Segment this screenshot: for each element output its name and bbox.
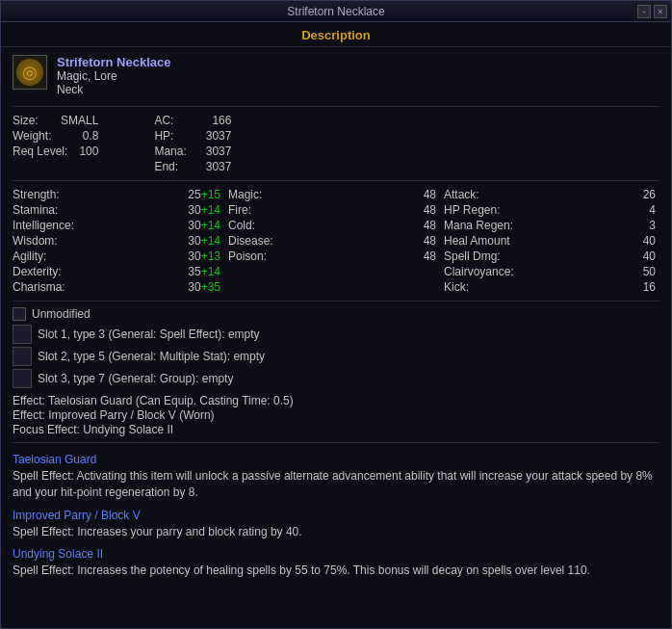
focus-effect-line: Focus Effect: Undying Solace II xyxy=(13,423,659,436)
improved-parry-title: Improved Parry / Block V xyxy=(13,509,659,522)
clairvoyance-label: Clairvoyance: xyxy=(444,265,514,278)
slot2-label: Slot 2, type 5 (General: Multiple Stat):… xyxy=(38,350,265,363)
mana-value: 3037 xyxy=(206,144,232,158)
strength-value: 25+15 xyxy=(188,188,220,201)
heal-amount-value: 40 xyxy=(643,234,656,248)
dexterity-label: Dexterity: xyxy=(13,265,62,278)
hp-regen-row: HP Regen: 4 xyxy=(444,202,659,218)
poison-row: Poison: 48 xyxy=(228,249,444,264)
spell-details-section: Taelosian Guard Spell Effect: Activating… xyxy=(13,453,659,579)
undying-solace-desc: Spell Effect: Increases the potency of h… xyxy=(13,563,659,579)
disease-value: 48 xyxy=(424,234,436,248)
effect1-line: Effect: Taelosian Guard (Can Equip. Cast… xyxy=(13,394,659,407)
item-type-line2: Neck xyxy=(57,83,171,96)
wisdom-row: Wisdom: 30+14 xyxy=(13,233,228,249)
dexterity-value: 35+14 xyxy=(188,265,220,278)
base-stats-left: Size: SMALL Weight: 0.8 Req Level: 100 xyxy=(13,113,106,174)
spell-dmg-label: Spell Dmg: xyxy=(444,249,501,263)
item-info: Strifetorn Necklace Magic, Lore Neck xyxy=(57,55,171,96)
slot-section: Unmodified Slot 1, type 3 (General: Spel… xyxy=(13,307,659,388)
poison-value: 48 xyxy=(424,249,436,263)
magic-label: Magic: xyxy=(228,188,262,201)
intel-value: 30+14 xyxy=(188,219,220,232)
mana-label: Mana: xyxy=(154,144,186,158)
ac-label: AC: xyxy=(154,114,173,127)
cold-label: Cold: xyxy=(228,219,255,232)
taelosian-guard-title: Taelosian Guard xyxy=(13,453,659,466)
agility-value: 30+13 xyxy=(188,249,220,263)
item-type-line1: Magic, Lore xyxy=(57,69,171,83)
size-row: Size: SMALL xyxy=(13,113,106,128)
strength-label: Strength: xyxy=(13,188,60,201)
slot3-row: Slot 3, type 7 (General: Group): empty xyxy=(13,369,659,388)
window-title: Strifetorn Necklace xyxy=(287,5,384,18)
intel-label: Intelligence: xyxy=(13,219,74,232)
unmodified-row: Unmodified xyxy=(13,307,659,321)
charisma-row: Charisma: 30+35 xyxy=(13,279,228,295)
effect2-line: Effect: Improved Parry / Block V (Worn) xyxy=(13,408,659,422)
slot1-row: Slot 1, type 3 (General: Spell Effect): … xyxy=(13,325,659,344)
end-row: End: 3037 xyxy=(154,159,239,174)
agility-label: Agility: xyxy=(13,249,46,263)
kick-label: Kick: xyxy=(444,280,469,294)
ac-value: 166 xyxy=(212,114,231,127)
clairvoyance-value: 50 xyxy=(643,265,656,278)
req-level-row: Req Level: 100 xyxy=(13,144,106,159)
improved-parry-desc: Spell Effect: Increases your parry and b… xyxy=(13,524,659,540)
undying-solace-title: Undying Solace II xyxy=(13,547,659,561)
base-stats-right: AC: 166 HP: 3037 Mana: 3037 End: 3037 xyxy=(154,113,239,174)
attr-col-1: Strength: 25+15 Stamina: 30+14 Intellige… xyxy=(13,187,228,295)
item-content: Strifetorn Necklace Magic, Lore Neck Siz… xyxy=(1,47,671,587)
fire-label: Fire: xyxy=(228,203,251,217)
dexterity-row: Dexterity: 35+14 xyxy=(13,264,228,279)
minimize-button[interactable]: - xyxy=(637,5,651,18)
agility-row: Agility: 30+13 xyxy=(13,249,228,264)
stamina-row: Stamina: 30+14 xyxy=(13,202,228,218)
kick-value: 16 xyxy=(643,280,656,294)
heal-amount-row: Heal Amount 40 xyxy=(444,233,659,249)
size-value: SMALL xyxy=(61,114,98,127)
req-level-label: Req Level: xyxy=(13,144,67,158)
divider-4 xyxy=(13,442,659,443)
magic-row: Magic: 48 xyxy=(228,187,444,202)
mana-regen-value: 3 xyxy=(649,219,656,232)
wisdom-value: 30+14 xyxy=(188,234,220,248)
heal-amount-label: Heal Amount xyxy=(444,234,510,248)
charisma-value: 30+35 xyxy=(188,280,220,294)
hp-regen-label: HP Regen: xyxy=(444,203,500,217)
taelosian-guard-desc: Spell Effect: Activating this item will … xyxy=(13,468,659,501)
section-header: Description xyxy=(1,22,671,47)
mana-regen-row: Mana Regen: 3 xyxy=(444,218,659,233)
cold-row: Cold: 48 xyxy=(228,218,444,233)
ac-row: AC: 166 xyxy=(154,113,239,128)
item-icon xyxy=(13,55,47,90)
cold-value: 48 xyxy=(424,219,436,232)
attack-value: 26 xyxy=(643,188,656,201)
hp-regen-value: 4 xyxy=(649,203,656,217)
mana-row: Mana: 3037 xyxy=(154,144,239,159)
slot3-label: Slot 3, type 7 (General: Group): empty xyxy=(38,372,233,385)
end-label: End: xyxy=(154,160,178,173)
spell-dmg-value: 40 xyxy=(643,249,656,263)
divider-1 xyxy=(13,106,659,107)
stamina-label: Stamina: xyxy=(13,203,58,217)
unmodified-checkbox[interactable] xyxy=(13,307,26,321)
fire-row: Fire: 48 xyxy=(228,202,444,218)
attack-row: Attack: 26 xyxy=(444,187,659,202)
slot3-icon xyxy=(13,369,32,388)
title-bar: Strifetorn Necklace - × xyxy=(1,1,671,22)
divider-2 xyxy=(13,180,659,181)
item-header: Strifetorn Necklace Magic, Lore Neck xyxy=(13,55,659,96)
item-icon-image xyxy=(16,59,43,86)
attributes-section: Strength: 25+15 Stamina: 30+14 Intellige… xyxy=(13,187,659,295)
attack-label: Attack: xyxy=(444,188,479,201)
divider-3 xyxy=(13,301,659,301)
unmodified-label: Unmodified xyxy=(32,307,90,321)
slot1-icon xyxy=(13,325,32,344)
disease-row: Disease: 48 xyxy=(228,233,444,249)
close-button[interactable]: × xyxy=(654,5,667,18)
magic-value: 48 xyxy=(424,188,436,201)
size-label: Size: xyxy=(13,114,39,127)
kick-row: Kick: 16 xyxy=(444,279,659,295)
spell-dmg-row: Spell Dmg: 40 xyxy=(444,249,659,264)
